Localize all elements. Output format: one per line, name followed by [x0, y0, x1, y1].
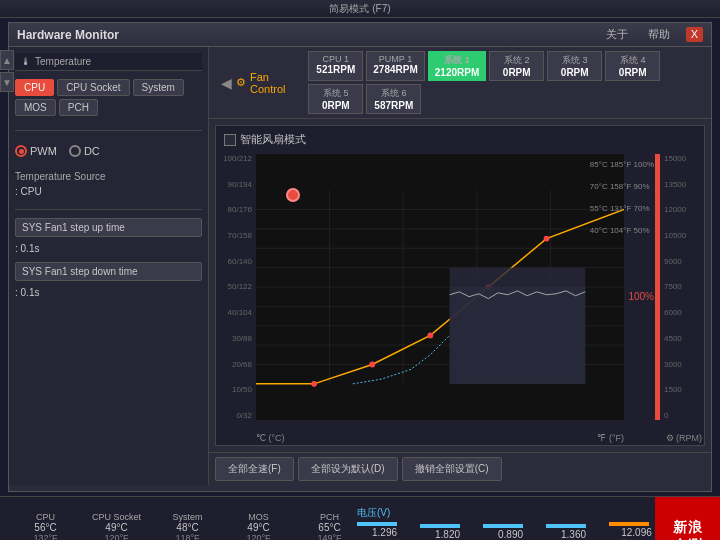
fan-sys6-value: 587RPM [373, 100, 414, 111]
cancel-button[interactable]: 撤销全部设置(C) [402, 457, 502, 481]
y-label-4: 60/140 [218, 257, 252, 266]
temp-mos-c: 49°C [231, 522, 286, 533]
full-speed-button[interactable]: 全部全速(F) [215, 457, 294, 481]
voltage-cpu-core: 1.296 CPU核心 [357, 522, 412, 540]
fan-speed-grid: CPU 1 521RPM PUMP 1 2784RPM 系统 1 2120RPM… [308, 51, 703, 114]
about-button[interactable]: 关于 [602, 27, 632, 42]
close-button[interactable]: X [686, 27, 703, 42]
temp-ref-100: 85°C 185°F 100% [590, 154, 654, 176]
fan-sys4-label: 系统 4 [612, 54, 653, 67]
nav-down[interactable]: ▼ [0, 72, 14, 92]
smart-mode-checkbox[interactable]: 智能风扇模式 [224, 132, 306, 147]
temp-pch-c: 65°C [302, 522, 357, 533]
tab-pch[interactable]: PCH [59, 99, 98, 116]
rpm-label-0: 15000 [664, 154, 702, 163]
tab-mos[interactable]: MOS [15, 99, 56, 116]
temp-pch: PCH 65°C 149°F [302, 512, 357, 540]
svg-point-17 [544, 236, 550, 242]
fan-sys1-value: 2120RPM [435, 67, 479, 78]
temp-cpu-f: 132°F [18, 533, 73, 540]
voltage-cpu-sa: 0.890 CPU SA [483, 524, 538, 541]
y-label-9: 10/50 [218, 385, 252, 394]
section-label: Temperature [35, 56, 91, 67]
temp-ref-70: 55°C 131°F 70% [590, 198, 654, 220]
fan-pump1[interactable]: PUMP 1 2784RPM [366, 51, 424, 81]
radio-pwm[interactable]: PWM [15, 145, 57, 157]
temp-cpusocket-f: 120°F [89, 533, 144, 540]
main-window: Hardware Monitor 关于 帮助 X 🌡 Temperature C… [8, 22, 712, 492]
radio-dc-circle [69, 145, 81, 157]
rpm-label-7: 4500 [664, 334, 702, 343]
rpm-label-6: 6000 [664, 308, 702, 317]
chart-container[interactable]: 智能风扇模式 100/212 90/194 80/176 70/158 60/1… [215, 125, 705, 446]
fan-sys2-label: 系统 2 [496, 54, 537, 67]
temp-cpusocket: CPU Socket 49°C 120°F [89, 512, 144, 540]
chart-y-labels-right: 15000 13500 12000 10500 9000 7500 6000 4… [662, 154, 702, 420]
y-label-7: 30/88 [218, 334, 252, 343]
y-label-5: 50/122 [218, 282, 252, 291]
temp-cpusocket-label: CPU Socket [89, 512, 144, 522]
nav-arrows: ▲ ▼ [0, 50, 14, 92]
step-down-button[interactable]: SYS Fan1 step down time [15, 262, 202, 281]
y-label-2: 80/176 [218, 205, 252, 214]
checkbox-box[interactable] [224, 134, 236, 146]
smart-mode-label: 智能风扇模式 [240, 132, 306, 147]
fan-sys4[interactable]: 系统 4 0RPM [605, 51, 660, 81]
radio-pwm-label: PWM [30, 145, 57, 157]
window-title: Hardware Monitor [17, 28, 119, 42]
step-down-value: : 0.1s [15, 287, 202, 298]
radio-dc[interactable]: DC [69, 145, 100, 157]
svg-rect-19 [450, 268, 586, 384]
temp-pch-label: PCH [302, 512, 357, 522]
temp-source-label: Temperature Source [15, 171, 202, 182]
rpm-axis-label: ⚙ (RPM) [666, 433, 703, 443]
default-button[interactable]: 全部设为默认(D) [298, 457, 398, 481]
temp-cpu: CPU 56°C 132°F [18, 512, 73, 540]
y-label-1: 90/194 [218, 180, 252, 189]
rpm-label-1: 13500 [664, 180, 702, 189]
y-label-0: 100/212 [218, 154, 252, 163]
fan-cpu1[interactable]: CPU 1 521RPM [308, 51, 363, 81]
rpm-indicator-fill [655, 154, 660, 420]
fan-sys1-label: 系统 1 [435, 54, 479, 67]
temp-system-f: 118°F [160, 533, 215, 540]
fan-control-point[interactable] [286, 188, 300, 202]
voltage-cpu-vdd2-bar [546, 524, 586, 528]
temp-cpusocket-c: 49°C [89, 522, 144, 533]
tab-cpu-socket[interactable]: CPU Socket [57, 79, 129, 96]
radio-pwm-circle [15, 145, 27, 157]
fan-cpu1-value: 521RPM [315, 64, 356, 75]
help-button[interactable]: 帮助 [644, 27, 674, 42]
window-title-bar: Hardware Monitor 关于 帮助 X [9, 23, 711, 47]
nav-up[interactable]: ▲ [0, 50, 14, 70]
radio-group: PWM DC [15, 145, 202, 157]
step-up-value: : 0.1s [15, 243, 202, 254]
tab-system[interactable]: System [133, 79, 184, 96]
rpm-label-5: 7500 [664, 282, 702, 291]
bottom-info: CPU 56°C 132°F CPU Socket 49°C 120°F Sys… [0, 496, 720, 540]
radio-dc-label: DC [84, 145, 100, 157]
fan-sys3[interactable]: 系统 3 0RPM [547, 51, 602, 81]
voltage-cpu-vdd2: 1.360 CPU VDD2 [546, 524, 601, 541]
temp-ref-50: 40°C 104°F 50% [590, 220, 654, 242]
y-label-6: 40/104 [218, 308, 252, 317]
chart-area[interactable] [256, 154, 624, 420]
fan-title: ⚙ Fan Control [236, 71, 296, 95]
chart-y-labels-left: 100/212 90/194 80/176 70/158 60/140 50/1… [218, 154, 254, 420]
tab-cpu[interactable]: CPU [15, 79, 54, 96]
step-up-button[interactable]: SYS Fan1 step up time [15, 218, 202, 237]
fan-sys2[interactable]: 系统 2 0RPM [489, 51, 544, 81]
fan-sys1[interactable]: 系统 1 2120RPM [428, 51, 486, 81]
tab-buttons: CPU CPU Socket System MOS PCH [15, 79, 202, 116]
x-label-fahrenheit: ℉ (°F) [597, 433, 624, 443]
divider-1 [15, 130, 202, 131]
x-label-celsius: ℃ (°C) [256, 433, 285, 443]
fan-left-arrow[interactable]: ◀ [217, 75, 236, 91]
rpm-label-9: 1500 [664, 385, 702, 394]
fan-sys3-label: 系统 3 [554, 54, 595, 67]
top-bar-title: 简易模式 (F7) [329, 2, 390, 16]
fan-icon: ⚙ [236, 76, 246, 89]
fan-sys6[interactable]: 系统 6 587RPM [366, 84, 421, 114]
fan-sys5[interactable]: 系统 5 0RPM [308, 84, 363, 114]
thermometer-icon: 🌡 [21, 56, 31, 67]
